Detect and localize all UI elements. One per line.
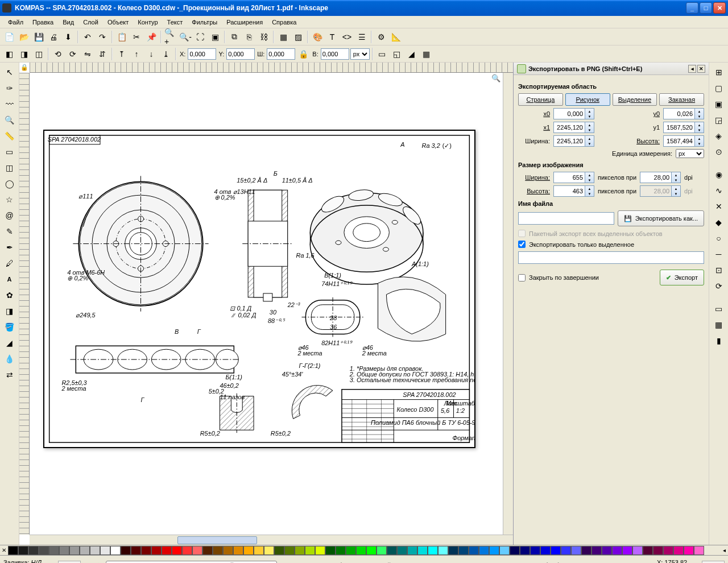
color-swatch[interactable] <box>28 546 39 555</box>
pencil-tool-icon[interactable]: ✎ <box>2 224 17 239</box>
maximize-button[interactable]: □ <box>700 2 712 14</box>
img-height-input[interactable] <box>553 185 585 197</box>
area-units-select[interactable]: px <box>676 149 704 158</box>
cut-icon[interactable]: ✂ <box>130 30 143 44</box>
ruler-vertical[interactable] <box>19 73 30 535</box>
color-swatch[interactable] <box>69 546 80 555</box>
lock-layer-icon[interactable]: 🔒 <box>20 64 28 72</box>
color-swatch[interactable] <box>622 546 632 555</box>
rect-tool-icon[interactable]: ▭ <box>2 144 17 159</box>
panel-close-button[interactable]: ✕ <box>697 65 705 73</box>
rotate-cw-icon[interactable]: ⟳ <box>66 47 80 61</box>
color-swatch[interactable] <box>366 546 377 555</box>
color-swatch[interactable] <box>233 546 243 555</box>
snap-line-mid-icon[interactable]: ─ <box>712 247 726 262</box>
align-icon[interactable]: ☰ <box>355 30 369 44</box>
bezier-tool-icon[interactable]: ✒ <box>2 240 17 255</box>
zoom-fit-icon[interactable]: ⛶ <box>193 30 207 44</box>
y-input[interactable] <box>226 48 255 60</box>
measure-tool-icon[interactable]: 📏 <box>2 129 17 143</box>
color-swatch[interactable] <box>121 546 131 555</box>
prefs-icon[interactable]: ⚙ <box>374 30 388 44</box>
color-swatch[interactable] <box>80 546 90 555</box>
paste-icon[interactable]: 📌 <box>144 30 158 44</box>
star-tool-icon[interactable]: ☆ <box>2 192 17 207</box>
color-swatch[interactable] <box>243 546 254 555</box>
connector-tool-icon[interactable]: ⇄ <box>2 367 17 382</box>
canvas[interactable]: 🔍 SPA 27042018.002 Ra 3,2 (✓) А <box>30 73 503 535</box>
snap-bbox-icon[interactable]: ▢ <box>712 81 726 96</box>
y1-input[interactable] <box>663 122 695 133</box>
text-tool-icon[interactable]: A <box>2 272 17 287</box>
bucket-tool-icon[interactable]: 🪣 <box>2 320 17 334</box>
color-swatch[interactable] <box>18 546 28 555</box>
minimize-button[interactable]: _ <box>686 2 698 14</box>
color-swatch[interactable] <box>530 546 540 555</box>
zoom-in-icon[interactable]: 🔍+ <box>164 30 177 44</box>
color-swatch[interactable] <box>571 546 581 555</box>
color-swatch[interactable] <box>274 546 284 555</box>
color-swatch[interactable] <box>202 546 213 555</box>
snap-grid-icon[interactable]: ▦ <box>712 317 726 332</box>
menu-edit[interactable]: Правка <box>28 18 58 27</box>
area-width-input[interactable] <box>553 135 585 147</box>
spiral-tool-icon[interactable]: @ <box>2 208 17 223</box>
snap-cusp-icon[interactable]: ◆ <box>712 215 726 230</box>
selector-tool-icon[interactable]: ↖ <box>2 65 17 80</box>
y0-spinner[interactable]: ▲▼ <box>695 108 704 119</box>
color-swatch[interactable] <box>479 546 489 555</box>
color-swatch[interactable] <box>315 546 325 555</box>
zoom-page-icon[interactable]: ▣ <box>208 30 222 44</box>
select-all-icon[interactable]: ◧ <box>2 47 16 61</box>
lower-bottom-icon[interactable]: ⤓ <box>159 47 173 61</box>
color-swatch[interactable] <box>407 546 417 555</box>
scrollbar-vertical[interactable] <box>503 73 513 535</box>
export-area-drawing[interactable]: Рисунок <box>565 93 610 106</box>
affect-pattern-icon[interactable]: ▦ <box>420 47 433 61</box>
xml-icon[interactable]: <> <box>340 30 354 44</box>
3dbox-tool-icon[interactable]: ◫ <box>2 160 17 175</box>
snap-midpoint-icon[interactable]: ◈ <box>712 129 726 143</box>
color-swatch[interactable] <box>295 546 305 555</box>
rotate-ccw-icon[interactable]: ⟲ <box>51 47 65 61</box>
scrollbar-horizontal[interactable] <box>30 535 513 545</box>
color-swatch[interactable] <box>39 546 49 555</box>
color-swatch[interactable] <box>49 546 59 555</box>
color-swatch[interactable] <box>581 546 592 555</box>
color-swatch[interactable] <box>448 546 458 555</box>
menu-help[interactable]: Справка <box>267 18 301 27</box>
raise-icon[interactable]: ↑ <box>130 47 143 61</box>
raise-top-icon[interactable]: ⤒ <box>115 47 129 61</box>
color-swatch[interactable] <box>684 546 694 555</box>
group-icon[interactable]: ▦ <box>276 30 290 44</box>
save-icon[interactable]: 💾 <box>32 30 46 44</box>
ungroup-icon[interactable]: ▨ <box>291 30 305 44</box>
color-swatch[interactable] <box>182 546 192 555</box>
redo-icon[interactable]: ↷ <box>96 30 109 44</box>
export-as-button[interactable]: 💾 Экспортировать как... <box>618 210 704 226</box>
color-swatch[interactable] <box>90 546 100 555</box>
docprops-icon[interactable]: 📐 <box>389 30 403 44</box>
flip-h-icon[interactable]: ⇋ <box>81 47 94 61</box>
color-swatch[interactable] <box>284 546 295 555</box>
snap-path-icon[interactable]: ∿ <box>712 183 726 198</box>
gradient-tool-icon[interactable]: ◢ <box>2 336 17 350</box>
dpi1-spinner[interactable]: ▲▼ <box>672 172 681 183</box>
calligraphy-tool-icon[interactable]: 🖊 <box>2 256 17 271</box>
export-button[interactable]: ✔ Экспорт <box>660 270 704 285</box>
img-width-input[interactable] <box>553 172 585 183</box>
affect-corner-icon[interactable]: ◱ <box>390 47 404 61</box>
color-swatch[interactable] <box>192 546 202 555</box>
close-button[interactable]: ✕ <box>713 2 726 14</box>
color-swatch[interactable] <box>551 546 561 555</box>
snap-toggle-icon[interactable]: ⊞ <box>712 65 726 80</box>
color-swatch[interactable] <box>561 546 571 555</box>
h-input[interactable] <box>321 48 349 60</box>
ruler-horizontal[interactable] <box>30 63 513 73</box>
color-swatch[interactable] <box>213 546 223 555</box>
open-icon[interactable]: 📂 <box>17 30 31 44</box>
palette-menu-icon[interactable]: ◂ <box>720 545 728 555</box>
menu-file[interactable]: Файл <box>3 18 28 27</box>
color-swatch[interactable] <box>110 546 121 555</box>
menu-text[interactable]: Текст <box>163 18 188 27</box>
